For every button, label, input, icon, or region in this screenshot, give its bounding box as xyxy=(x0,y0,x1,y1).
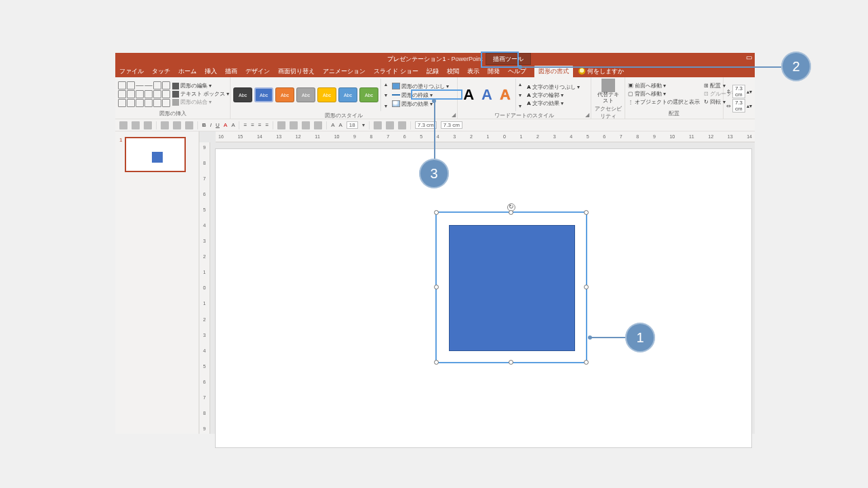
wordart-preset[interactable]: A xyxy=(460,86,477,104)
resize-handle[interactable] xyxy=(509,360,513,365)
shapes-gallery-mini[interactable] xyxy=(118,81,170,107)
qat-icon[interactable] xyxy=(302,121,310,129)
qat-icon[interactable] xyxy=(386,121,394,129)
qat-icon[interactable] xyxy=(290,121,298,129)
dialog-launcher-icon[interactable]: ◢ xyxy=(585,112,589,118)
qat-icon[interactable] xyxy=(119,121,127,129)
tab-developer[interactable]: 開発 xyxy=(488,67,500,76)
document-name: プレゼンテーション1 xyxy=(387,56,446,62)
alt-text-icon xyxy=(601,79,615,92)
edit-shape-button[interactable]: 図形の編集 ▾ xyxy=(172,82,229,89)
tab-design[interactable]: デザイン xyxy=(245,67,270,76)
width-spinner[interactable]: ⇔ 7.3 cm ▴▾ xyxy=(726,99,752,113)
group-title-insert: 図形の挿入 xyxy=(118,109,227,119)
text-box-button[interactable]: テキスト ボックス ▾ xyxy=(172,90,229,98)
shape-outline-button[interactable]: 図形の枠線 ▾ xyxy=(392,92,449,99)
callout-badge-3: 3 xyxy=(419,159,449,188)
selection-pane-button[interactable]: ⋮ オブジェクトの選択と表示 xyxy=(628,98,700,106)
resize-handle[interactable] xyxy=(584,210,589,215)
vertical-ruler: 9876543210123456789 xyxy=(199,142,210,434)
qat-icon[interactable] xyxy=(161,121,169,129)
connector-3 xyxy=(434,101,435,159)
bring-forward-button[interactable]: ▣ 前面へ移動 ▾ xyxy=(628,82,700,89)
group-arrange: ▣ 前面へ移動 ▾ ▢ 背面へ移動 ▾ ⋮ オブジェクトの選択と表示 ⊞ 配置 … xyxy=(625,77,724,119)
tab-transitions[interactable]: 画面切り替え xyxy=(278,67,315,76)
tab-review[interactable]: 校閲 xyxy=(447,67,459,76)
window-controls: ▭ xyxy=(746,54,752,61)
page-root: プレゼンテーション1 - PowerPoint ▭ 描画ツール ファイル タッチ… xyxy=(0,0,868,488)
tab-touch[interactable]: タッチ xyxy=(152,67,170,76)
slide-workspace: 1615141312111098765432101234567891011121… xyxy=(199,131,755,434)
text-fill-button[interactable]: A 文字の塗りつぶし ▾ xyxy=(527,83,580,91)
slide-thumbnail-panel: 1 xyxy=(115,131,199,434)
text-outline-button[interactable]: A 文字の輪郭 ▾ xyxy=(527,92,580,99)
height-spinner[interactable]: ⇕ 7.3 cm ▴▾ xyxy=(726,85,752,98)
qat-icon[interactable] xyxy=(144,121,152,129)
shape-style-preset[interactable]: Abc xyxy=(338,87,357,102)
shape-style-preset[interactable]: Abc xyxy=(359,87,378,102)
shape-style-preset[interactable]: Abc xyxy=(317,87,336,102)
shape-fill-button[interactable]: 図形の塗りつぶし ▾ xyxy=(392,83,449,90)
group-wordart: A A A ▴▾▾ A 文字の塗りつぶし ▾ A 文字の輪郭 ▾ A 文字の効果… xyxy=(458,77,591,119)
slide-1[interactable] xyxy=(216,149,751,447)
resize-handle[interactable] xyxy=(584,285,589,289)
connector-2 xyxy=(521,66,781,68)
rectangle-shape[interactable] xyxy=(449,225,575,351)
qat-icon[interactable] xyxy=(173,121,181,129)
resize-handle[interactable] xyxy=(434,210,439,215)
tab-help[interactable]: ヘルプ xyxy=(508,67,526,76)
ribbon-tabs: ファイル タッチ ホーム 挿入 描画 デザイン 画面切り替え アニメーション ス… xyxy=(119,66,573,77)
window-title: プレゼンテーション1 - PowerPoint xyxy=(387,55,482,64)
callout-badge-1: 1 xyxy=(625,323,655,352)
resize-handle[interactable] xyxy=(434,285,439,289)
qat-icon[interactable] xyxy=(314,121,322,129)
qat-icon[interactable] xyxy=(185,121,193,129)
resize-handle[interactable] xyxy=(434,360,439,365)
dialog-launcher-icon[interactable]: ◢ xyxy=(452,112,456,118)
wordart-preset[interactable]: A xyxy=(479,86,495,104)
qat-icon[interactable] xyxy=(374,121,382,129)
shape-effects-button[interactable]: 図形の効果 ▾ xyxy=(392,100,449,108)
resize-handle[interactable] xyxy=(509,210,513,215)
qat-icon[interactable] xyxy=(132,121,140,129)
shape-style-preset[interactable]: Abc xyxy=(275,87,294,102)
tab-draw[interactable]: 描画 xyxy=(225,67,237,76)
thumb-shape-icon xyxy=(152,152,163,163)
group-title-arrange: 配置 xyxy=(628,109,720,119)
merge-shapes-button[interactable]: 図形の結合 ▾ xyxy=(172,98,229,106)
tab-animations[interactable]: アニメーション xyxy=(323,67,366,76)
font-size-input[interactable]: 18 xyxy=(347,121,358,129)
shape-style-preset-selected[interactable]: Abc xyxy=(254,87,273,102)
wordart-preset[interactable]: A xyxy=(497,86,513,104)
tab-record[interactable]: 記録 xyxy=(427,67,439,76)
shape-style-preset[interactable]: Abc xyxy=(233,87,252,102)
tell-me-label: 何をしますか xyxy=(587,67,624,76)
group-insert-shapes: 図形の編集 ▾ テキスト ボックス ▾ 図形の結合 ▾ 図形の挿入 xyxy=(115,77,231,119)
alt-text-button[interactable]: 代替テキスト xyxy=(596,79,620,104)
qat-icon[interactable] xyxy=(277,121,285,129)
connector-1 xyxy=(591,337,626,338)
wordart-more-button[interactable]: ▴▾▾ xyxy=(515,79,525,111)
shape-selection-box[interactable] xyxy=(435,211,587,363)
slide-canvas-area[interactable] xyxy=(216,142,755,434)
height-box-dup[interactable]: 7.3 cm xyxy=(415,121,437,129)
tab-insert[interactable]: 挿入 xyxy=(205,67,217,76)
tab-view[interactable]: 表示 xyxy=(467,67,479,76)
send-backward-button[interactable]: ▢ 背面へ移動 ▾ xyxy=(628,90,700,98)
connector-3-dot xyxy=(432,99,436,103)
gallery-more-button[interactable]: ▴▾▾ xyxy=(380,79,390,111)
shape-style-preset[interactable]: Abc xyxy=(296,87,315,102)
horizontal-ruler: 1615141312111098765432101234567891011121… xyxy=(216,131,755,142)
tab-slideshow[interactable]: スライド ショー xyxy=(374,67,418,76)
tab-file[interactable]: ファイル xyxy=(119,67,144,76)
resize-handle[interactable] xyxy=(584,360,589,365)
slide-thumbnail-1[interactable] xyxy=(125,137,186,172)
tell-me[interactable]: 何をしますか xyxy=(578,67,624,76)
ribbon-display-icon[interactable]: ▭ xyxy=(746,54,752,61)
qat-icon[interactable] xyxy=(398,121,406,129)
contextual-tab-group: 描画ツール xyxy=(486,53,531,65)
callout-badge-2: 2 xyxy=(781,52,811,81)
text-effects-button[interactable]: A 文字の効果 ▾ xyxy=(527,100,580,107)
width-box-dup[interactable]: 7.3 cm xyxy=(441,121,462,129)
tab-home[interactable]: ホーム xyxy=(178,67,197,76)
